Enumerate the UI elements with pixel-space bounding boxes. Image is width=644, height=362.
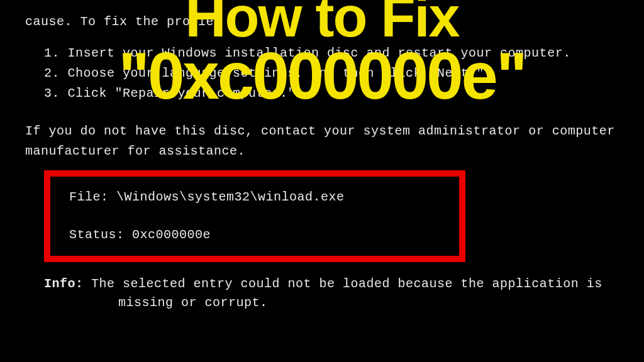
status-code: 0xc000000e [132,228,211,242]
status-info-line: Status: 0xc000000e [69,226,440,244]
no-disc-text-line1: If you do not have this disc, contact yo… [25,122,619,141]
no-disc-text-line2: manufacturer for assistance. [25,142,619,161]
file-path: \Windows\system32\winload.exe [116,190,345,204]
step-1: 1. Insert your Windows installation disc… [25,44,619,63]
info-text-part2: missing or corrupt. [25,293,619,312]
cause-text: cause. To fix the problem [25,13,619,31]
file-label: File: [69,190,116,204]
info-text-part1: The selected entry could not be loaded b… [91,277,602,291]
step-2: 2. Choose your language settings, and th… [25,64,619,83]
step-3: 3. Click "Repair your computer." [25,84,619,103]
file-info-line: File: \Windows\system32\winload.exe [69,188,440,207]
error-highlight-box: File: \Windows\system32\winload.exe Stat… [44,170,465,262]
info-label: Info: [44,277,91,291]
status-label: Status: [69,228,132,242]
info-line: Info: The selected entry could not be lo… [25,275,619,293]
